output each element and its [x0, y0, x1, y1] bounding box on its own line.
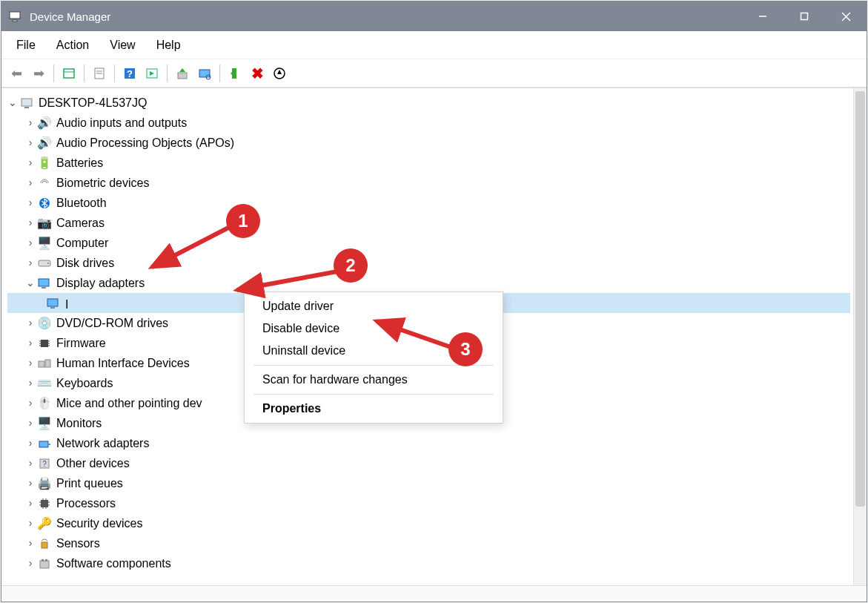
x-icon: ✖ — [251, 65, 264, 82]
action-button[interactable] — [142, 63, 162, 84]
svg-line-59 — [152, 227, 230, 267]
chevron-right-icon[interactable] — [25, 393, 36, 414]
chevron-right-icon[interactable] — [25, 233, 36, 254]
question-icon: ? — [37, 456, 52, 471]
chevron-right-icon[interactable] — [25, 473, 36, 494]
chevron-right-icon[interactable] — [25, 413, 36, 434]
tree-item-batteries[interactable]: 🔋Batteries — [7, 153, 850, 173]
chevron-right-icon[interactable] — [25, 313, 36, 334]
menu-file[interactable]: File — [7, 36, 44, 55]
tree-item-bluetooth[interactable]: Bluetooth — [7, 193, 850, 213]
chevron-right-icon[interactable] — [25, 153, 36, 174]
tree-item-label: Biometric devices — [56, 174, 149, 193]
keyboard-icon: ⌨️ — [37, 376, 52, 391]
tree-item-biometric[interactable]: Biometric devices — [7, 173, 850, 193]
tree-item-label: Firmware — [56, 334, 106, 353]
tree-item-processors[interactable]: Processors — [7, 493, 850, 513]
menu-help[interactable]: Help — [148, 36, 190, 55]
tree-item-other[interactable]: ?Other devices — [7, 453, 850, 473]
tree-item-label: Human Interface Devices — [56, 354, 190, 373]
tree-item-disk-drives[interactable]: Disk drives — [7, 253, 850, 273]
mouse-icon: 🖱️ — [37, 396, 52, 411]
tree-item-print[interactable]: 🖨️Print queues — [7, 473, 850, 493]
show-hide-console-button[interactable] — [59, 63, 79, 84]
tree-item-cameras[interactable]: 📷Cameras — [7, 213, 850, 233]
chevron-right-icon[interactable] — [25, 433, 36, 454]
printer-icon: 🖨️ — [37, 476, 52, 491]
tree-item-network[interactable]: Network adapters — [7, 433, 850, 453]
titlebar: Device Manager — [1, 1, 867, 31]
svg-rect-54 — [42, 542, 47, 548]
chevron-right-icon[interactable] — [25, 173, 36, 194]
chevron-down-icon[interactable] — [7, 93, 18, 113]
chevron-right-icon[interactable] — [25, 553, 36, 574]
menu-view[interactable]: View — [101, 36, 144, 55]
tree-item-software[interactable]: Software components — [7, 553, 850, 573]
svg-text:?: ? — [127, 68, 133, 79]
context-properties[interactable]: Properties — [245, 398, 503, 420]
annotation-badge-1: 1 — [226, 204, 260, 238]
tree-root[interactable]: DESKTOP-4L537JQ — [7, 93, 850, 113]
chevron-right-icon[interactable] — [25, 533, 36, 554]
fingerprint-icon — [37, 176, 52, 191]
svg-rect-0 — [10, 12, 20, 19]
svg-rect-29 — [42, 287, 46, 289]
chevron-down-icon[interactable] — [25, 273, 36, 294]
chevron-right-icon[interactable] — [25, 253, 36, 274]
chip-icon — [37, 336, 52, 351]
update-driver-button[interactable] — [172, 63, 193, 84]
tree-item-computer[interactable]: 🖥️Computer — [7, 233, 850, 253]
enable-device-button[interactable] — [225, 63, 245, 84]
forward-button[interactable]: ➡ — [28, 63, 49, 84]
chevron-right-icon[interactable] — [25, 493, 36, 514]
speaker-icon: 🔊 — [37, 116, 52, 131]
scan-hardware-button[interactable] — [194, 63, 215, 84]
tree-item-label: Audio inputs and outputs — [56, 113, 187, 133]
tree-item-label: I — [65, 295, 213, 312]
display-adapter-icon — [46, 296, 61, 311]
hid-icon — [37, 356, 52, 371]
chevron-right-icon[interactable] — [25, 333, 36, 354]
tree-item-security[interactable]: 🔑Security devices — [7, 513, 850, 533]
svg-rect-6 — [64, 69, 74, 78]
menu-action[interactable]: Action — [47, 36, 98, 55]
tree-item-label: DVD/CD-ROM drives — [56, 314, 168, 333]
help-button[interactable]: ? — [119, 63, 140, 84]
scrollbar-thumb[interactable] — [855, 91, 865, 507]
chevron-right-icon[interactable] — [25, 193, 36, 214]
context-scan-hardware[interactable]: Scan for hardware changes — [245, 369, 503, 391]
window-title: Device Manager — [30, 10, 742, 23]
svg-rect-23 — [21, 99, 32, 106]
chevron-right-icon[interactable] — [25, 113, 36, 134]
back-button[interactable]: ⬅ — [6, 63, 27, 84]
chevron-right-icon[interactable] — [25, 373, 36, 394]
tree-item-label: Monitors — [56, 414, 102, 433]
chevron-right-icon[interactable] — [25, 453, 36, 474]
svg-rect-55 — [40, 561, 49, 568]
app-icon — [7, 9, 22, 24]
disable-device-button[interactable] — [269, 63, 290, 84]
tree-item-display-adapters[interactable]: Display adapters — [7, 273, 850, 293]
chevron-right-icon[interactable] — [25, 353, 36, 374]
menubar: File Action View Help — [1, 31, 867, 59]
tree-item-apo[interactable]: 🔊Audio Processing Objects (APOs) — [7, 133, 850, 153]
chevron-right-icon[interactable] — [25, 133, 36, 154]
annotation-arrow-3 — [369, 314, 458, 355]
vertical-scrollbar[interactable] — [853, 88, 867, 585]
uninstall-device-button[interactable]: ✖ — [247, 63, 268, 84]
minimize-button[interactable] — [742, 1, 783, 31]
close-button[interactable] — [825, 1, 867, 31]
disk-icon — [37, 256, 52, 271]
tree-item-audio-inputs[interactable]: 🔊Audio inputs and outputs — [7, 113, 850, 133]
chevron-right-icon[interactable] — [25, 513, 36, 534]
toolbar: ⬅ ➡ ? ✖ — [1, 59, 867, 88]
arrow-left-icon: ⬅ — [11, 65, 22, 82]
tree-item-sensors[interactable]: Sensors — [7, 533, 850, 553]
properties-button[interactable] — [89, 63, 110, 84]
svg-marker-16 — [179, 68, 185, 72]
monitor-icon: 🖥️ — [37, 236, 52, 251]
chevron-right-icon[interactable] — [25, 213, 36, 234]
annotation-badge-2: 2 — [334, 248, 368, 283]
svg-rect-3 — [801, 13, 808, 20]
maximize-button[interactable] — [783, 1, 825, 31]
